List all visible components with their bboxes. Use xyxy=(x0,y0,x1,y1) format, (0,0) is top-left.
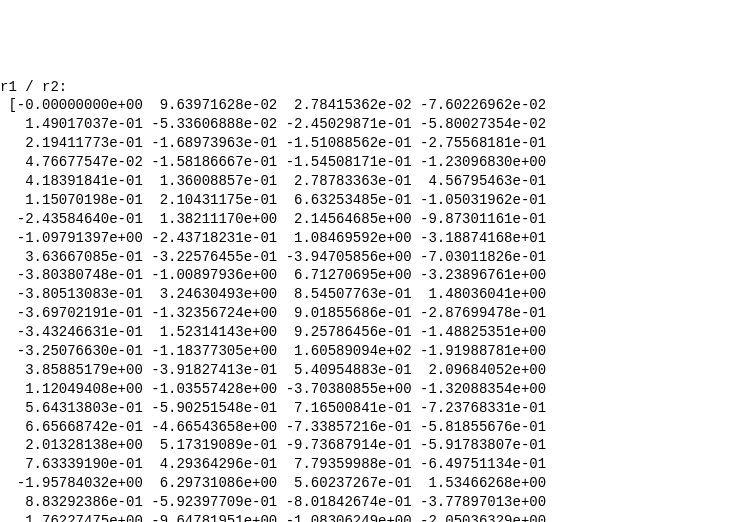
array-row: 7.63339190e-01 4.29364296e-01 7.79359988… xyxy=(0,455,740,474)
header-label: r1 / r2: xyxy=(0,78,740,97)
array-row: -3.69702191e-01 -1.32356724e+00 9.018556… xyxy=(0,304,740,323)
array-row: 1.15070198e-01 2.10431175e-01 6.63253485… xyxy=(0,191,740,210)
array-row: 3.63667085e-01 -3.22576455e-01 -3.947058… xyxy=(0,248,740,267)
array-row: 4.76677547e-02 -1.58186667e-01 -1.545081… xyxy=(0,153,740,172)
array-row: 8.83292386e-01 -5.92397709e-01 -8.018426… xyxy=(0,493,740,512)
array-printout: r1 / r2: [-0.00000000e+00 9.63971628e-02… xyxy=(0,78,740,522)
array-row: 1.49017037e-01 -5.33606888e-02 -2.450298… xyxy=(0,115,740,134)
array-row: -3.25076630e-01 -1.18377305e+00 1.605890… xyxy=(0,342,740,361)
array-row: -3.80513083e-01 3.24630493e+00 8.5450776… xyxy=(0,285,740,304)
array-row: -1.09791397e+00 -2.43718231e-01 1.084695… xyxy=(0,229,740,248)
array-row: 2.01328138e+00 5.17319089e-01 -9.7368791… xyxy=(0,436,740,455)
array-row: -1.95784032e+00 6.29731086e+00 5.6023726… xyxy=(0,474,740,493)
array-row: 3.85885179e+00 -3.91827413e-01 5.4095488… xyxy=(0,361,740,380)
array-row: 1.76227475e+00 -9.64781951e+00 -1.083062… xyxy=(0,512,740,522)
array-row: 2.19411773e-01 -1.68973963e-01 -1.510885… xyxy=(0,134,740,153)
array-row: 1.12049408e+00 -1.03557428e+00 -3.703808… xyxy=(0,380,740,399)
array-row: 4.18391841e-01 1.36008857e-01 2.78783363… xyxy=(0,172,740,191)
array-row: [-0.00000000e+00 9.63971628e-02 2.784153… xyxy=(0,96,740,115)
array-row: -2.43584640e-01 1.38211170e+00 2.1456468… xyxy=(0,210,740,229)
array-row: -3.80380748e-01 -1.00897936e+00 6.712706… xyxy=(0,266,740,285)
array-row: 5.64313803e-01 -5.90251548e-01 7.1650084… xyxy=(0,399,740,418)
array-row: -3.43246631e-01 1.52314143e+00 9.2578645… xyxy=(0,323,740,342)
array-row: 6.65668742e-01 -4.66543658e+00 -7.338572… xyxy=(0,418,740,437)
